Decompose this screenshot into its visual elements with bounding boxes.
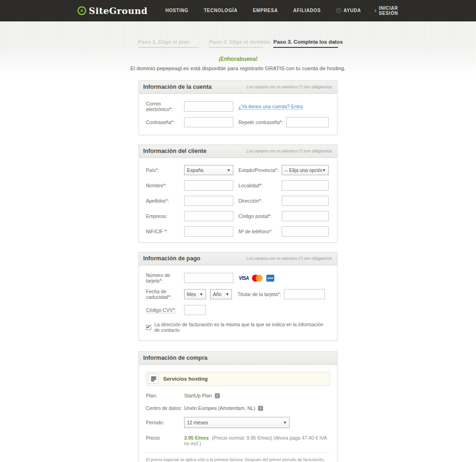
accepted-cards: VISA <box>239 275 274 282</box>
visa-icon: VISA <box>239 276 249 281</box>
chevron-down-icon: ▼ <box>227 168 231 172</box>
plan-help-icon[interactable]: ? <box>215 393 220 398</box>
plan-value: StartUp Plan <box>184 393 212 398</box>
cvv-label: Código CVV*: <box>146 307 176 313</box>
required-note: Los campos con un asterisco (*) son obli… <box>246 149 333 153</box>
required-note: Los campos con un asterisco (*) son obli… <box>246 256 333 261</box>
nav-item-tecnologia[interactable]: TECNOLOGÍA <box>204 8 238 13</box>
congrats-text: El dominio pepepeagl.es está disponible … <box>0 66 476 71</box>
nav-right: ? AYUDA INICIAR SESIÓN <box>336 6 476 16</box>
existing-account-link[interactable]: ¿Ya tienes una cuenta? Entra <box>238 104 303 110</box>
hosting-services-title: Servicios hosting <box>163 376 208 382</box>
billing-address-row: La dirección de facturación es la misma … <box>146 322 330 333</box>
card-holder-field[interactable] <box>284 289 325 299</box>
billing-address-checkbox[interactable] <box>146 325 151 330</box>
plan-label: Plan: <box>146 392 184 398</box>
congrats-block: ¡Enhorabuena! El dominio pepepeagl.es es… <box>0 56 476 71</box>
mastercard-icon <box>252 275 263 282</box>
account-section-body: Correo electrónico*: ¿Ya tienes una cuen… <box>139 94 337 135</box>
help-icon: ? <box>336 8 341 13</box>
nav-item-afiliados[interactable]: AFILIADOS <box>293 8 321 13</box>
purchase-section: Información de compra Servicios hosting … <box>139 351 337 462</box>
help-label: AYUDA <box>344 8 361 13</box>
lastname-field[interactable] <box>184 196 233 206</box>
hosting-services-bar: Servicios hosting <box>146 372 330 386</box>
account-section-title: Información de la cuenta <box>143 84 212 90</box>
nav-item-empresa[interactable]: EMPRESA <box>253 8 278 13</box>
help-link[interactable]: ? AYUDA <box>336 8 361 13</box>
email-field[interactable] <box>184 101 233 112</box>
state-select[interactable]: -- Elija una opción -- ▼ <box>282 165 329 175</box>
nav-item-hosting[interactable]: HOSTING <box>165 8 189 13</box>
step-2-tab[interactable]: Paso 2. Elige el dominio <box>209 39 263 48</box>
card-number-field[interactable] <box>184 273 233 283</box>
login-link[interactable]: INICIAR SESIÓN <box>374 6 400 16</box>
chevron-down-icon: ▼ <box>283 421 287 425</box>
expiry-year-select[interactable]: Año ▼ <box>210 289 232 299</box>
period-select-value: 12 meses <box>187 420 208 425</box>
period-label: Periodo: <box>146 417 184 425</box>
country-select[interactable]: España ▼ <box>184 165 233 175</box>
account-section-header: Información de la cuenta Los campos con … <box>139 80 337 94</box>
company-label: Empresa: <box>146 213 184 219</box>
chevron-down-icon: ▼ <box>225 292 229 297</box>
city-field[interactable] <box>282 180 329 191</box>
repeat-password-field[interactable] <box>286 117 329 127</box>
name-field[interactable] <box>184 180 233 191</box>
address-field[interactable] <box>282 196 329 206</box>
top-nav: SiteGround HOSTING TECNOLOGÍA EMPRESA AF… <box>0 0 476 21</box>
user-icon <box>374 8 377 13</box>
card-number-label: Número de tarjeta*: <box>146 272 184 284</box>
name-label: Nombre*: <box>146 183 184 188</box>
amex-icon <box>266 275 274 282</box>
city-label: Localidad*: <box>238 183 282 188</box>
datacenter-help-icon[interactable]: ? <box>258 406 263 411</box>
congrats-title: ¡Enhorabuena! <box>0 56 476 62</box>
purchase-section-header: Información de compra <box>139 351 337 365</box>
expiry-year-value: Año <box>213 291 222 297</box>
country-label: País*: <box>146 167 184 173</box>
login-label: INICIAR SESIÓN <box>379 6 400 16</box>
price-disclaimer: El precio especial se aplica sólo a la p… <box>146 452 330 462</box>
payment-section-title: Información de pago <box>143 255 200 262</box>
password-label: Contraseña*: <box>146 119 184 125</box>
password-field[interactable] <box>184 117 233 127</box>
price-value: 3.95 €/mes <box>184 435 209 441</box>
state-label: Estado/Provincia*: <box>238 167 282 173</box>
phone-field[interactable] <box>282 226 329 237</box>
siteground-logo[interactable]: SiteGround <box>77 6 148 16</box>
client-section: Información del cliente Los campos con u… <box>139 145 337 243</box>
checkout-steps: Paso 1. Elige el plan Paso 2. Elige el d… <box>138 39 338 48</box>
repeat-password-label: Repetir contraseña*: <box>238 119 286 125</box>
nif-label: NIF/CIF *: <box>146 229 184 234</box>
nav-menu: HOSTING TECNOLOGÍA EMPRESA AFILIADOS <box>165 8 336 13</box>
cvv-field[interactable] <box>184 305 206 315</box>
billing-address-label: La dirección de facturación es la misma … <box>154 322 330 333</box>
postal-label: Código postal*: <box>238 213 282 219</box>
chevron-down-icon: ▼ <box>322 168 326 172</box>
hosting-services-icon <box>148 374 159 384</box>
expiry-label: Fecha de caducidad*: <box>146 289 184 300</box>
period-select[interactable]: 12 meses ▼ <box>184 417 290 428</box>
company-field[interactable] <box>184 211 233 221</box>
expiry-month-value: Mes <box>187 291 196 297</box>
nif-field[interactable] <box>184 226 233 237</box>
phone-label: Nº de teléfono*: <box>238 229 282 234</box>
payment-section: Información de pago Los campos con un as… <box>139 252 337 341</box>
postal-field[interactable] <box>282 211 329 221</box>
chevron-down-icon: ▼ <box>199 292 203 297</box>
required-note: Los campos con un asterisco (*) son obli… <box>246 85 333 89</box>
email-label: Correo electrónico*: <box>146 101 184 112</box>
client-section-header: Información del cliente Los campos con u… <box>139 145 337 158</box>
payment-section-header: Información de pago Los campos con un as… <box>139 252 337 265</box>
purchase-section-body: Servicios hosting Plan: StartUp Plan ? C… <box>139 365 337 462</box>
step-1-tab[interactable]: Paso 1. Elige el plan <box>138 39 199 48</box>
expiry-month-select[interactable]: Mes ▼ <box>184 289 206 299</box>
address-label: Dirección*: <box>238 198 282 204</box>
state-select-value: -- Elija una opción -- <box>284 167 322 173</box>
step-3-tab: Paso 3. Completa los datos <box>273 39 338 48</box>
client-section-title: Información del cliente <box>143 148 206 154</box>
client-section-body: País*: España ▼ Estado/Provincia*: -- El… <box>139 158 337 243</box>
country-select-value: España <box>187 167 204 173</box>
payment-section-body: Número de tarjeta*: VISA Fecha de caduci… <box>139 265 337 341</box>
